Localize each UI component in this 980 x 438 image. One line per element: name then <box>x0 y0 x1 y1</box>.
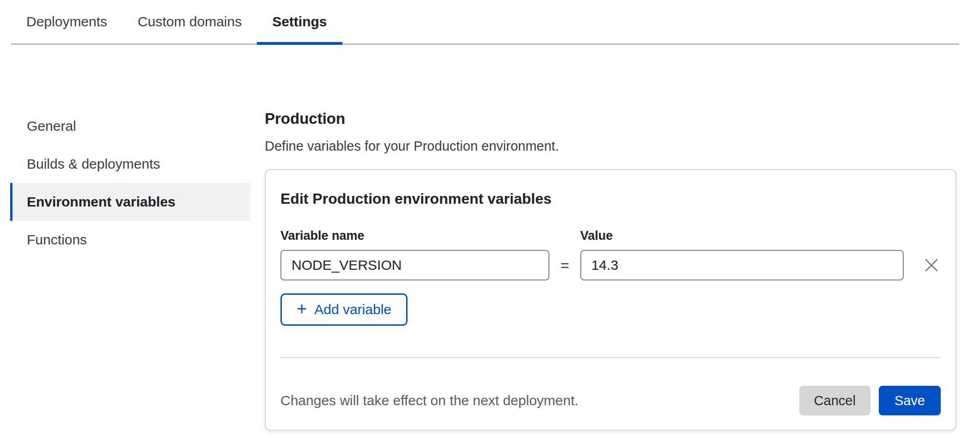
tab-deployments-label: Deployments <box>26 14 107 30</box>
close-icon <box>923 257 940 274</box>
env-vars-card: Edit Production environment variables Va… <box>265 169 956 431</box>
sidebar-item-functions[interactable]: Functions <box>10 221 250 259</box>
sidebar-item-functions-label: Functions <box>27 232 87 248</box>
variable-name-label: Variable name <box>280 229 549 243</box>
settings-page: Deployments Custom domains Settings Gene… <box>0 0 980 438</box>
variable-value-field: Value <box>580 229 904 280</box>
page-title: Production <box>265 110 345 128</box>
sidebar-item-environment-variables-label: Environment variables <box>27 194 176 210</box>
footer-note: Changes will take effect on the next dep… <box>280 393 578 408</box>
footer-actions: Cancel Save <box>799 386 941 415</box>
variable-value-label: Value <box>580 229 904 243</box>
sidebar-item-builds-deployments-label: Builds & deployments <box>27 156 160 172</box>
sidebar-item-general[interactable]: General <box>10 107 250 145</box>
card-divider <box>280 357 941 358</box>
remove-variable-button[interactable] <box>923 250 940 280</box>
tab-deployments[interactable]: Deployments <box>11 0 122 43</box>
cancel-button[interactable]: Cancel <box>799 386 870 415</box>
variable-name-field: Variable name <box>280 229 549 280</box>
settings-sidebar: General Builds & deployments Environment… <box>10 107 250 259</box>
tab-custom-domains-label: Custom domains <box>138 14 242 30</box>
add-variable-button[interactable]: + Add variable <box>280 293 408 326</box>
card-footer: Changes will take effect on the next dep… <box>280 386 941 415</box>
tab-settings[interactable]: Settings <box>257 0 342 43</box>
sidebar-item-environment-variables[interactable]: Environment variables <box>10 183 250 221</box>
equals-sign: = <box>560 250 569 280</box>
sidebar-item-general-label: General <box>27 118 76 134</box>
page-subtitle: Define variables for your Production env… <box>265 139 559 154</box>
variable-row: Variable name = Value <box>280 229 941 280</box>
plus-icon: + <box>297 300 307 317</box>
sidebar-item-builds-deployments[interactable]: Builds & deployments <box>10 145 250 183</box>
tab-bar: Deployments Custom domains Settings <box>11 0 959 45</box>
tab-settings-label: Settings <box>272 14 327 30</box>
variable-value-input[interactable] <box>580 250 904 280</box>
variable-name-input[interactable] <box>280 250 549 280</box>
card-heading: Edit Production environment variables <box>280 190 941 207</box>
add-variable-label: Add variable <box>314 302 391 317</box>
tab-custom-domains[interactable]: Custom domains <box>122 0 257 43</box>
save-button[interactable]: Save <box>879 386 941 415</box>
